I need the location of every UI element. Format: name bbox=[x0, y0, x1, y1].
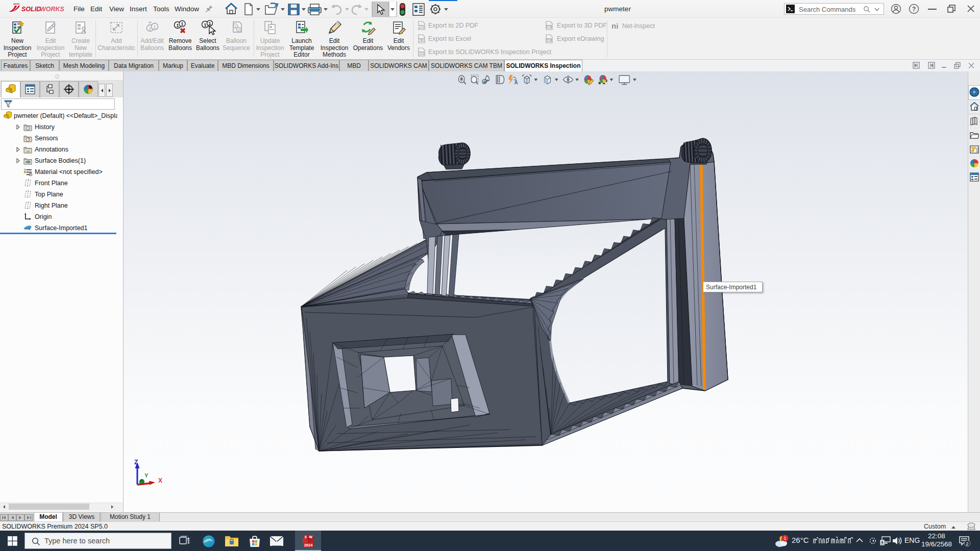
svg-text:1: 1 bbox=[234, 24, 237, 29]
svg-text:Z: Z bbox=[134, 459, 138, 466]
svg-text:SOLID: SOLID bbox=[21, 6, 41, 13]
svg-text:1: 1 bbox=[208, 21, 211, 26]
svg-text:1: 1 bbox=[783, 536, 786, 541]
svg-text:1: 1 bbox=[181, 21, 184, 27]
svg-text:S: S bbox=[305, 535, 307, 539]
svg-text:2024: 2024 bbox=[304, 543, 313, 547]
svg-text:A: A bbox=[27, 149, 30, 153]
svg-text:X: X bbox=[158, 477, 162, 484]
svg-text:A: A bbox=[514, 79, 518, 85]
svg-text:3D: 3D bbox=[547, 26, 551, 29]
svg-text:W: W bbox=[309, 535, 313, 539]
svg-text:1: 1 bbox=[153, 24, 156, 30]
svg-text:?: ? bbox=[912, 6, 916, 13]
svg-text:SW: SW bbox=[419, 52, 424, 55]
svg-text:PDF: PDF bbox=[418, 26, 424, 29]
svg-text:Y: Y bbox=[144, 472, 149, 479]
svg-text:2: 2 bbox=[966, 541, 968, 546]
svg-text:XLS: XLS bbox=[418, 39, 424, 42]
svg-text:eD: eD bbox=[547, 39, 551, 42]
svg-text:1: 1 bbox=[204, 22, 207, 28]
svg-text:WORKS: WORKS bbox=[40, 6, 65, 13]
svg-text:2: 2 bbox=[238, 28, 240, 32]
svg-text:1: 1 bbox=[149, 26, 151, 31]
